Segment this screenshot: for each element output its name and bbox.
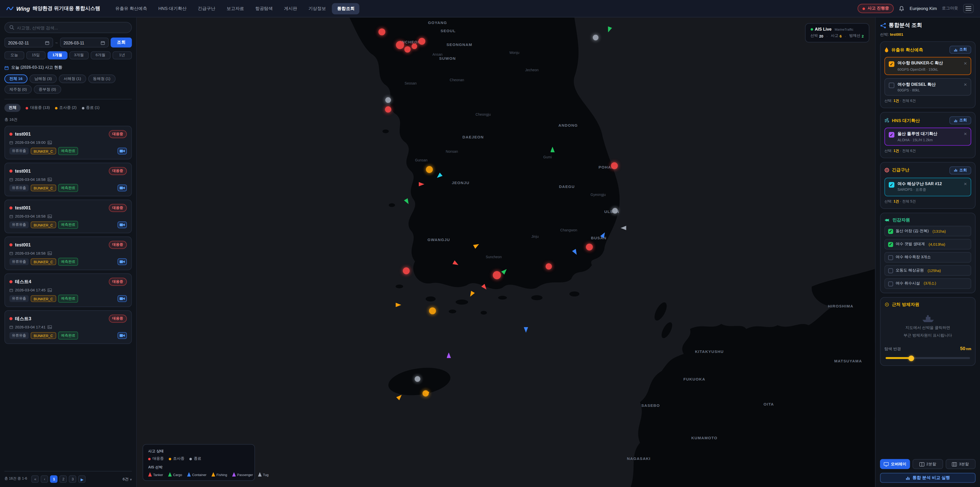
incident-marker[interactable] <box>404 46 410 52</box>
incident-marker[interactable] <box>493 271 501 279</box>
close-icon[interactable]: × <box>964 61 967 66</box>
checkbox[interactable]: ✓ <box>888 255 893 260</box>
nav-item[interactable]: 유출유 확산예측 <box>110 3 152 14</box>
incident-marker[interactable] <box>412 43 417 49</box>
view-2split-button[interactable]: 2분할 <box>913 459 943 469</box>
region-chip[interactable]: 전체 16 <box>4 74 27 83</box>
menu-icon[interactable] <box>963 4 974 13</box>
incident-card[interactable]: 테스트3 대응중 2026-03-04 17:41 <box>4 310 132 344</box>
incident-marker[interactable] <box>546 263 552 270</box>
incident-marker[interactable] <box>403 267 410 274</box>
region-chip[interactable]: 중부청 (0) <box>34 85 61 94</box>
hns-query-button[interactable]: 조회 <box>950 117 971 125</box>
nav-item[interactable]: 통합조회 <box>332 3 360 14</box>
logout-button[interactable]: 로그아웃 <box>942 6 958 11</box>
view-3split-button[interactable]: 3분할 <box>945 459 975 469</box>
incident-marker[interactable] <box>593 35 598 40</box>
search-input[interactable] <box>17 25 127 30</box>
cctv-button[interactable] <box>118 184 127 191</box>
incident-marker[interactable] <box>612 208 618 214</box>
incident-marker[interactable] <box>415 376 420 382</box>
page-button[interactable]: 2 <box>60 475 67 483</box>
cctv-button[interactable] <box>118 258 127 265</box>
quick-range-button[interactable]: 3개월 <box>69 51 89 59</box>
nav-item[interactable]: 긴급구난 <box>192 3 220 14</box>
incident-card[interactable]: test001 대응중 2026-03-04 18:58 <box>4 163 132 196</box>
nav-item[interactable]: 항공탐색 <box>250 3 278 14</box>
slider-knob[interactable] <box>908 355 914 361</box>
first-page-button[interactable]: « <box>32 475 39 483</box>
cctv-button[interactable] <box>118 221 127 228</box>
checkbox[interactable]: ✓ <box>888 228 893 234</box>
incident-active-badge[interactable]: 사고 진행중 <box>858 4 894 13</box>
region-chip[interactable]: 동해청 (1) <box>88 74 115 83</box>
date-to-input[interactable]: 2026-03-11 <box>60 38 109 48</box>
checkbox[interactable]: ✓ <box>888 242 893 247</box>
cctv-button[interactable] <box>118 148 127 155</box>
quick-range-button[interactable]: 오늘 <box>4 51 24 59</box>
page-button[interactable]: 3 <box>69 475 76 483</box>
quick-range-button[interactable]: 15일 <box>26 51 46 59</box>
incident-card[interactable]: test001 대응중 2026-03-04 18:58 <box>4 236 132 270</box>
date-from-input[interactable]: 2026-02-11 <box>4 38 53 48</box>
resource-item[interactable]: ✓ 오동도 해상공원 (125ha) <box>884 265 971 276</box>
quick-range-button[interactable]: 6개월 <box>91 51 110 59</box>
page-button[interactable]: 1 <box>50 475 58 483</box>
status-filter[interactable]: 조사중 (2) <box>55 105 76 110</box>
region-chip[interactable]: 서해청 (1) <box>59 74 86 83</box>
incident-card[interactable]: 테스트4 대응중 2026-03-04 17:45 <box>4 273 132 307</box>
page-size-select[interactable]: 6건 ▾ <box>123 476 132 482</box>
cctv-button[interactable] <box>118 332 127 339</box>
resource-item[interactable]: ✓ 돌산 어장 (김·전복) (131ha) <box>884 226 971 236</box>
sar-scenario-item[interactable]: ✓ 여수 해상구난 SAR #12 SAROPS · 표류중 × <box>884 177 971 196</box>
quick-range-button[interactable]: 1년 <box>112 51 132 59</box>
close-icon[interactable]: × <box>964 181 967 187</box>
date-query-button[interactable]: 조회 <box>110 38 132 48</box>
incident-marker[interactable] <box>385 97 391 103</box>
incident-card[interactable]: test001 대응중 2026-03-04 18:58 <box>4 200 132 233</box>
status-filter[interactable]: 종료 (1) <box>82 105 100 110</box>
checkbox[interactable]: ✓ <box>888 268 893 273</box>
incident-marker[interactable] <box>379 28 385 35</box>
incident-marker[interactable] <box>611 163 618 169</box>
close-icon[interactable]: × <box>964 82 967 87</box>
checkbox[interactable]: ✓ <box>889 61 894 67</box>
radius-slider[interactable] <box>886 357 970 359</box>
incident-marker[interactable] <box>418 38 425 45</box>
checkbox[interactable]: ✓ <box>889 132 894 138</box>
region-chip[interactable]: 제주청 (0) <box>4 85 32 94</box>
nav-item[interactable]: 기상정보 <box>304 3 331 14</box>
spill-query-button[interactable]: 조회 <box>950 46 971 54</box>
region-chip[interactable]: 남해청 (3) <box>29 74 57 83</box>
checkbox[interactable]: ✓ <box>889 82 894 88</box>
nav-item[interactable]: 보고자료 <box>221 3 249 14</box>
bell-icon[interactable] <box>899 5 905 11</box>
resource-item[interactable]: ✓ 여수 취수시설 (3개소) <box>884 278 971 289</box>
incident-marker[interactable] <box>586 244 593 251</box>
incident-marker[interactable] <box>385 106 391 112</box>
prev-page-button[interactable]: ‹ <box>41 475 48 483</box>
quick-range-button[interactable]: 1개월 <box>48 51 67 59</box>
hns-scenario-item[interactable]: ✓ 울산 톨루엔 대기확산 ALOHA · 15L/H 1.2km × <box>884 128 971 145</box>
checkbox[interactable]: ✓ <box>888 281 893 286</box>
status-filter[interactable]: 대응중 (13) <box>26 105 50 110</box>
incident-marker[interactable] <box>396 41 404 49</box>
nav-item[interactable]: 게시판 <box>279 3 302 14</box>
resource-item[interactable]: ✓ 여수 해수욕장 3개소 <box>884 252 971 263</box>
spill-scenario-item[interactable]: ✓ 여수항 BUNKER-C 확산 60GPS·OpenDrift · 150k… <box>884 57 971 75</box>
sar-query-button[interactable]: 조회 <box>950 166 971 174</box>
play-button[interactable]: ▶ <box>78 475 86 483</box>
view-overlay-button[interactable]: 오버레이 <box>880 459 910 469</box>
incident-marker[interactable] <box>426 166 433 173</box>
checkbox[interactable]: ✓ <box>889 182 894 187</box>
spill-scenario-item[interactable]: ✓ 여수항 DIESEL 확산 60GPS · 80kL × <box>884 78 971 96</box>
resource-item[interactable]: ✓ 여수 갯벌 생태계 (4,013ha) <box>884 239 971 250</box>
status-filter[interactable]: 전체 <box>4 104 21 112</box>
incident-card[interactable]: test001 대응중 2026-03-04 19:00 <box>4 126 132 160</box>
nav-item[interactable]: HNS·대기확산 <box>153 3 192 14</box>
incident-marker[interactable] <box>429 308 436 315</box>
run-analysis-button[interactable]: 통합 분석 비교 실행 <box>880 473 976 483</box>
cctv-button[interactable] <box>118 295 127 302</box>
close-icon[interactable]: × <box>964 131 967 137</box>
map-canvas[interactable]: GOYANG SEOUL INCHEON SEONGNAM Ansan SUWO… <box>137 18 875 487</box>
